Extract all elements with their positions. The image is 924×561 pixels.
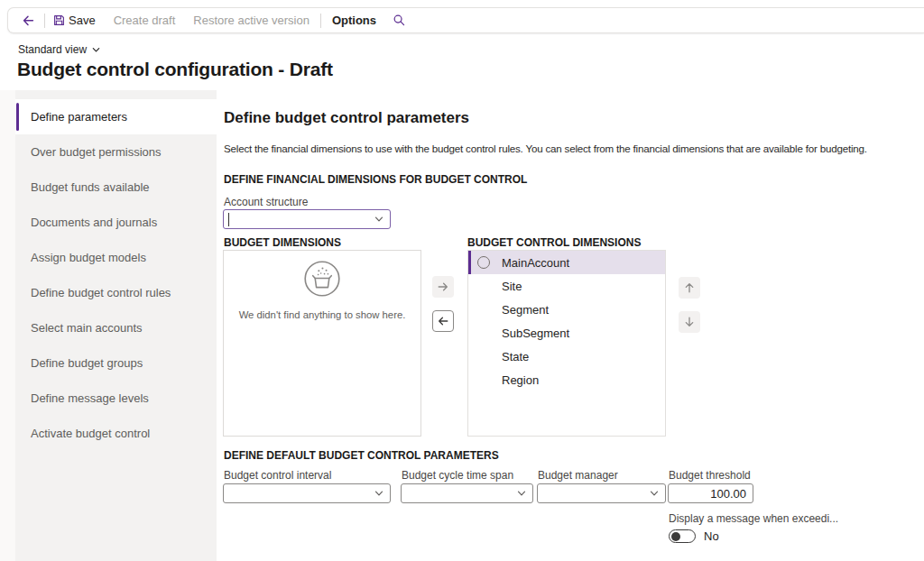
left-margin-strip [0,90,15,561]
save-icon [52,14,66,27]
budget-dimensions-title: BUDGET DIMENSIONS [224,236,341,249]
budget-manager-label: Budget manager [538,469,618,482]
view-selector-label: Standard view [18,43,87,56]
defaults-section-title: DEFINE DEFAULT BUDGET CONTROL PARAMETERS [224,449,499,462]
display-message-toggle[interactable]: No [669,529,719,543]
selection-bar [468,251,471,274]
save-label: Save [69,14,96,27]
budget-dimensions-listbox[interactable]: We didn't find anything to show here. [223,250,421,437]
sidebar-item-select-main-accounts[interactable]: Select main accounts [15,310,217,345]
budget-threshold-input[interactable] [668,483,753,503]
display-message-toggle-label: Display a message when exceedi... [669,512,838,525]
move-right-button[interactable] [432,276,454,298]
toggle-switch-icon[interactable] [669,529,696,543]
sidebar-item-label: Define message levels [31,391,149,405]
dimensions-section-title: DEFINE FINANCIAL DIMENSIONS FOR BUDGET C… [224,173,527,186]
save-button[interactable]: Save [47,14,105,27]
sidebar-item-define-budget-groups[interactable]: Define budget groups [15,345,217,381]
toolbar-divider [320,14,321,28]
chevron-down-icon [649,488,660,499]
radio-circle-icon[interactable] [477,256,490,269]
sidebar-item-budget-funds-available[interactable]: Budget funds available [15,170,217,205]
sidebar-item-documents-and-journals[interactable]: Documents and journals [15,205,217,240]
wizard-step-list: Define parameters Over budget permission… [15,90,217,561]
list-item-state[interactable]: State [468,345,665,368]
restore-active-version-button[interactable]: Restore active version [184,14,319,27]
list-item-segment[interactable]: Segment [468,298,665,321]
move-down-button[interactable] [679,311,700,333]
sidebar-item-label: Define budget groups [31,356,143,370]
account-structure-combobox[interactable] [223,209,391,229]
list-item-label: SubSegment [502,326,569,340]
list-item-label: MainAccount [502,256,569,270]
list-item-site[interactable]: Site [468,274,665,298]
text-caret [228,213,229,226]
budget-control-dimensions-listbox[interactable]: MainAccount Site Segment SubSegment Stat… [467,250,666,437]
toolbar-divider [44,14,45,28]
search-button[interactable] [385,14,413,27]
view-selector[interactable]: Standard view [18,43,101,56]
budget-threshold-label: Budget threshold [669,469,751,482]
empty-box-confetti-icon [302,259,342,299]
sidebar-item-label: Assign budget models [31,251,146,264]
back-arrow-icon [21,14,35,28]
create-draft-button[interactable]: Create draft [105,14,185,27]
account-structure-label: Account structure [224,196,308,208]
chevron-down-icon [374,488,384,499]
budget-control-interval-label: Budget control interval [224,469,331,482]
budget-manager-combobox[interactable] [537,483,666,503]
sidebar-item-assign-budget-models[interactable]: Assign budget models [15,240,217,275]
sidebar-item-define-parameters[interactable]: Define parameters [15,99,217,134]
sidebar-item-label: Over budget permissions [31,145,162,159]
back-button[interactable] [14,14,42,28]
sidebar-item-over-budget-permissions[interactable]: Over budget permissions [15,134,217,170]
move-up-button[interactable] [679,277,700,299]
arrow-right-icon [437,280,449,293]
budget-control-interval-combobox[interactable] [223,483,391,503]
content-description: Select the financial dimensions to use w… [224,143,867,154]
budget-cycle-time-span-combobox[interactable] [401,483,533,503]
budget-cycle-time-span-label: Budget cycle time span [402,469,513,482]
sidebar-item-label: Budget funds available [31,180,150,194]
list-item-mainaccount[interactable]: MainAccount [468,251,665,274]
list-item-label: State [502,350,529,363]
sidebar-item-label: Define budget control rules [31,286,171,299]
arrow-up-icon [683,281,696,294]
move-left-button[interactable] [432,310,454,332]
chevron-down-icon [91,45,101,55]
sidebar-item-label: Define parameters [31,110,127,124]
sidebar-item-define-message-levels[interactable]: Define message levels [15,381,217,416]
toggle-knob [671,532,680,541]
list-item-region[interactable]: Region [468,368,665,391]
empty-state: We didn't find anything to show here. [224,251,420,320]
page-title: Budget control configuration - Draft [17,59,333,80]
list-item-label: Segment [502,303,549,317]
chevron-down-icon [374,214,384,225]
sidebar-item-label: Documents and journals [31,216,157,229]
list-item-subsegment[interactable]: SubSegment [468,321,665,345]
budget-control-configuration-page: Save Create draft Restore active version… [0,0,924,561]
search-icon [393,14,406,27]
sidebar-item-define-budget-control-rules[interactable]: Define budget control rules [15,275,217,310]
arrow-left-icon [437,315,449,327]
chevron-down-icon [516,488,527,499]
empty-state-text: We didn't find anything to show here. [239,309,406,320]
list-item-label: Region [502,373,539,387]
command-bar: Save Create draft Restore active version… [7,7,924,33]
sidebar-item-label: Activate budget control [31,427,150,440]
budget-control-dimensions-title: BUDGET CONTROL DIMENSIONS [467,236,641,249]
arrow-down-icon [683,316,696,328]
options-button[interactable]: Options [323,14,385,27]
main-content: Define budget control parameters Select … [217,90,924,561]
list-item-label: Site [502,280,522,293]
toggle-state-text: No [704,529,719,543]
sidebar-item-activate-budget-control[interactable]: Activate budget control [15,416,217,451]
sidebar-item-label: Select main accounts [31,321,143,335]
content-heading: Define budget control parameters [224,109,469,127]
